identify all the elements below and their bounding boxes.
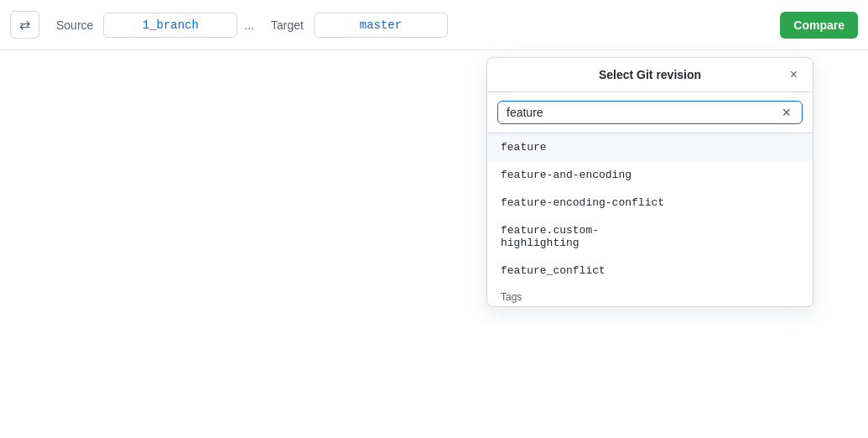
swap-button[interactable]: ⇄: [10, 11, 39, 39]
branch-name: feature.custom-highlighting: [501, 224, 599, 249]
list-item[interactable]: feature-and-encoding: [487, 161, 813, 189]
search-input[interactable]: [507, 106, 775, 119]
branch-name: feature-and-encoding: [501, 169, 632, 181]
revision-dropdown: Select Git revision × ✕ feature feature-…: [486, 57, 813, 307]
branch-name: feature: [501, 141, 547, 154]
search-container: ✕: [487, 92, 813, 133]
source-branch-button[interactable]: 1_branch: [103, 13, 237, 38]
dropdown-list: feature feature-and-encoding feature-enc…: [487, 133, 813, 306]
target-branch-button[interactable]: master: [314, 13, 448, 38]
ellipsis-separator: ...: [237, 18, 261, 32]
clear-search-button[interactable]: ✕: [780, 107, 793, 118]
tags-section-header: Tags: [487, 284, 813, 306]
swap-icon: ⇄: [19, 17, 30, 33]
list-item[interactable]: feature.custom-highlighting: [487, 216, 813, 257]
list-item[interactable]: feature_conflict: [487, 257, 813, 284]
dropdown-title: Select Git revision: [599, 68, 701, 81]
search-input-wrapper: ✕: [497, 101, 803, 124]
source-label: Source: [46, 18, 103, 32]
dropdown-header: Select Git revision ×: [487, 58, 813, 92]
toolbar: ⇄ Source 1_branch ... Target master Comp…: [0, 0, 868, 50]
dropdown-close-button[interactable]: ×: [785, 65, 803, 84]
target-label: Target: [261, 18, 314, 32]
branch-name: feature-encoding-conflict: [501, 196, 664, 209]
list-item[interactable]: feature: [487, 133, 813, 161]
list-item[interactable]: feature-encoding-conflict: [487, 189, 813, 216]
branch-name: feature_conflict: [501, 264, 606, 277]
compare-button[interactable]: Compare: [780, 12, 858, 39]
